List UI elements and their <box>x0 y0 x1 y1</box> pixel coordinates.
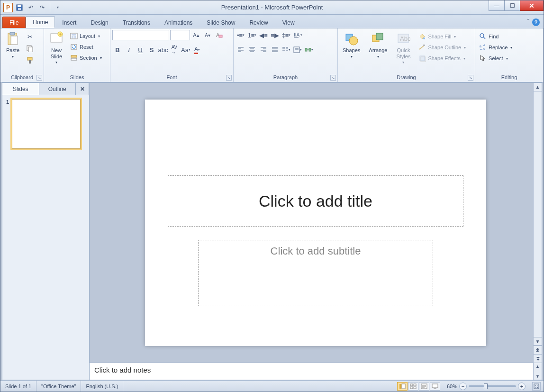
copy-icon[interactable] <box>25 43 35 54</box>
svg-rect-18 <box>71 58 77 60</box>
increase-indent-icon[interactable]: ≡▶ <box>270 30 280 40</box>
status-slide-info[interactable]: Slide 1 of 1 <box>0 381 36 392</box>
slide-thumbnail-1[interactable] <box>12 99 81 149</box>
tab-home[interactable]: Home <box>26 16 55 28</box>
shrink-font-icon[interactable]: A▾ <box>202 30 213 40</box>
save-icon[interactable] <box>15 3 24 12</box>
normal-view-icon[interactable] <box>397 382 408 391</box>
slideshow-view-icon[interactable] <box>430 382 440 391</box>
redo-icon[interactable]: ↷ <box>37 3 47 12</box>
paste-button[interactable]: Paste ▾ <box>2 30 23 60</box>
help-icon[interactable]: ? <box>532 18 540 26</box>
subtitle-placeholder[interactable]: Click to add subtitle <box>198 240 433 306</box>
shapes-button[interactable]: Shapes▾ <box>340 30 363 60</box>
minimize-ribbon-icon[interactable]: ˆ <box>527 18 529 26</box>
decrease-indent-icon[interactable]: ◀≡ <box>258 30 269 40</box>
section-button[interactable]: Section▾ <box>68 53 104 63</box>
group-slides: New Slide ▾ Layout▾ Reset Section▾ Slide… <box>44 28 110 82</box>
new-slide-button[interactable]: New Slide ▾ <box>46 30 67 66</box>
quick-styles-icon: Abc <box>396 31 411 46</box>
find-button[interactable]: Find <box>477 32 500 41</box>
smartart-icon[interactable]: ▾ <box>304 45 314 55</box>
reset-button[interactable]: Reset <box>68 42 104 52</box>
tab-animations[interactable]: Animations <box>157 17 199 28</box>
select-button[interactable]: Select▾ <box>477 54 510 63</box>
tab-slideshow[interactable]: Slide Show <box>199 17 242 28</box>
underline-icon[interactable]: U <box>135 45 145 55</box>
zoom-level[interactable]: 60% <box>447 383 457 389</box>
scroll-up-icon[interactable]: ▲ <box>534 83 542 91</box>
group-label-slides: Slides <box>46 73 108 81</box>
tab-file[interactable]: File <box>2 17 26 28</box>
format-painter-icon[interactable] <box>25 55 35 65</box>
tab-transitions[interactable]: Transitions <box>116 17 157 28</box>
justify-icon[interactable] <box>270 45 280 55</box>
zoom-out-icon[interactable]: − <box>459 383 467 390</box>
minimize-button[interactable]: — <box>489 0 505 11</box>
app-icon[interactable]: P <box>3 3 13 12</box>
maximize-button[interactable]: ☐ <box>504 0 520 11</box>
qat-customize-icon[interactable]: ▾ <box>53 3 63 12</box>
panel-tab-outline[interactable]: Outline <box>39 83 76 95</box>
prev-slide-icon[interactable]: ⯭ <box>534 346 542 354</box>
grow-font-icon[interactable]: A▴ <box>191 30 201 40</box>
strikethrough-icon[interactable]: abc <box>158 45 168 55</box>
cut-icon[interactable]: ✂ <box>25 31 35 42</box>
clear-formatting-icon[interactable]: A <box>214 30 224 40</box>
undo-icon[interactable]: ↶ <box>26 3 36 12</box>
vertical-scrollbar[interactable]: ▲ ▼ ⯭ ⯯ <box>533 83 542 363</box>
notes-scrollbar[interactable]: ▲▼ <box>533 363 542 380</box>
tab-insert[interactable]: Insert <box>55 17 83 28</box>
align-text-icon[interactable]: ▾ <box>292 45 303 55</box>
columns-icon[interactable]: ▾ <box>281 45 291 55</box>
slide-canvas[interactable]: Click to add title Click to add subtitle… <box>90 83 542 363</box>
svg-point-35 <box>480 34 484 37</box>
font-family-select[interactable] <box>112 30 169 40</box>
zoom-handle[interactable] <box>484 383 488 389</box>
quick-styles-button[interactable]: Abc Quick Styles▾ <box>393 30 414 66</box>
char-spacing-icon[interactable]: AV↔ <box>169 45 180 55</box>
align-center-icon[interactable] <box>247 45 257 55</box>
font-size-select[interactable] <box>170 30 190 40</box>
zoom-in-icon[interactable]: + <box>518 383 526 390</box>
sorter-view-icon[interactable] <box>408 382 418 391</box>
clipboard-launcher-icon[interactable]: ↘ <box>36 75 42 81</box>
tab-review[interactable]: Review <box>242 17 275 28</box>
title-placeholder[interactable]: Click to add title <box>168 175 463 227</box>
align-left-icon[interactable] <box>236 45 246 55</box>
drawing-launcher-icon[interactable]: ↘ <box>468 75 473 81</box>
fit-to-window-icon[interactable] <box>532 382 541 391</box>
change-case-icon[interactable]: Aa▾ <box>181 45 191 55</box>
italic-icon[interactable]: I <box>124 45 134 55</box>
paragraph-launcher-icon[interactable]: ↘ <box>330 75 336 81</box>
numbering-icon[interactable]: 1≡▾ <box>247 30 257 40</box>
slide[interactable]: Click to add title Click to add subtitle <box>145 100 486 346</box>
shape-outline-button[interactable]: Shape Outline▾ <box>417 43 468 52</box>
font-color-icon[interactable]: A▾ <box>192 45 202 55</box>
align-right-icon[interactable] <box>258 45 269 55</box>
scroll-down-icon[interactable]: ▼ <box>534 337 542 346</box>
tab-view[interactable]: View <box>275 17 302 28</box>
status-theme[interactable]: "Office Theme" <box>36 381 81 392</box>
bullets-icon[interactable]: •≡▾ <box>236 30 246 40</box>
arrange-button[interactable]: Arrange▾ <box>366 30 390 60</box>
zoom-slider[interactable] <box>469 385 516 387</box>
next-slide-icon[interactable]: ⯯ <box>534 354 542 363</box>
panel-tab-slides[interactable]: Slides <box>2 83 39 95</box>
reading-view-icon[interactable] <box>419 382 429 391</box>
tab-design[interactable]: Design <box>83 17 115 28</box>
shape-fill-button[interactable]: Shape Fill▾ <box>417 32 468 41</box>
notes-pane[interactable]: Click to add notes ▲▼ <box>90 363 542 380</box>
shadow-icon[interactable]: S <box>146 45 157 55</box>
section-icon <box>70 54 78 62</box>
panel-close-icon[interactable]: ✕ <box>76 83 89 95</box>
shape-effects-button[interactable]: Shape Effects▾ <box>417 54 468 63</box>
bold-icon[interactable]: B <box>112 45 123 55</box>
close-button[interactable]: ✕ <box>520 0 544 11</box>
status-language[interactable]: English (U.S.) <box>81 381 123 392</box>
line-spacing-icon[interactable]: ‡≡▾ <box>281 30 291 40</box>
text-direction-icon[interactable]: IIA▾ <box>292 30 303 40</box>
replace-button[interactable]: abReplace▾ <box>477 43 514 52</box>
layout-button[interactable]: Layout▾ <box>68 31 104 41</box>
font-launcher-icon[interactable]: ↘ <box>226 75 232 81</box>
